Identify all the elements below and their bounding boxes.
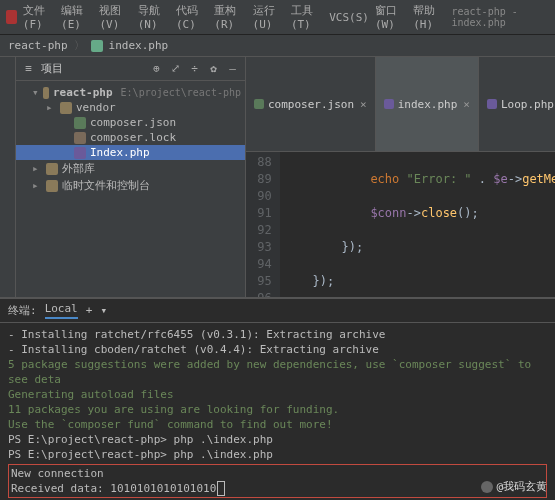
lock-file-icon (74, 132, 86, 144)
gear-icon[interactable]: ✿ (207, 62, 220, 75)
tree-external[interactable]: ▸外部库 (16, 160, 245, 177)
menu-help[interactable]: 帮助(H) (413, 3, 445, 31)
tab-index[interactable]: index.php× (376, 57, 479, 151)
app-logo (6, 10, 17, 24)
terminal-dropdown-icon[interactable]: ▾ (100, 304, 107, 317)
menu-run[interactable]: 运行(U) (253, 3, 285, 31)
tree-root[interactable]: ▾react-phpE:\project\react-php (16, 85, 245, 100)
menu-window[interactable]: 窗口(W) (375, 3, 407, 31)
editor: composer.json× index.php× Loop.php× php事… (246, 57, 555, 297)
folder-icon (43, 87, 49, 99)
breadcrumb: react-php 〉 index.php (0, 35, 555, 57)
php-file-icon (384, 99, 394, 109)
hide-icon[interactable]: — (226, 62, 239, 75)
tree-scratch[interactable]: ▸临时文件和控制台 (16, 177, 245, 194)
add-terminal-icon[interactable]: + (86, 304, 93, 317)
folder-icon (60, 102, 72, 114)
terminal-output[interactable]: - Installing ratchet/rfc6455 (v0.3.1): E… (0, 323, 555, 500)
breadcrumb-file[interactable]: index.php (109, 39, 169, 52)
sidebar-strip[interactable] (0, 57, 16, 297)
avatar-icon (481, 481, 493, 493)
cursor (217, 481, 225, 496)
json-file-icon (74, 117, 86, 129)
menu-refactor[interactable]: 重构(R) (214, 3, 246, 31)
json-file-icon (254, 99, 264, 109)
menu-view[interactable]: 视图(V) (99, 3, 131, 31)
menu-edit[interactable]: 编辑(E) (61, 3, 93, 31)
terminal-panel: 终端: Local + ▾ - Installing ratchet/rfc64… (0, 297, 555, 500)
project-title: 项目 (41, 61, 144, 76)
menu-tools[interactable]: 工具(T) (291, 3, 323, 31)
close-icon[interactable]: × (463, 98, 470, 111)
php-file-icon (74, 147, 86, 159)
close-icon[interactable]: × (360, 98, 367, 111)
watermark: @我码玄黄 (481, 479, 547, 494)
window-title: react-php - index.php (452, 6, 550, 28)
collapse-icon[interactable]: ÷ (188, 62, 201, 75)
terminal-label: 终端: (8, 303, 37, 318)
tab-composer[interactable]: composer.json× (246, 57, 376, 151)
tree-composer-lock[interactable]: composer.lock (16, 130, 245, 145)
code-lines[interactable]: echo "Error: " . $e->getMessage() $conn-… (280, 152, 555, 297)
library-icon (46, 163, 58, 175)
tree-vendor[interactable]: ▸vendor (16, 100, 245, 115)
menu-file[interactable]: 文件(F) (23, 3, 55, 31)
expand-icon[interactable]: ⤢ (169, 62, 182, 75)
php-file-icon (487, 99, 497, 109)
php-file-icon (91, 40, 103, 52)
tab-loop[interactable]: Loop.php× (479, 57, 555, 151)
highlight-box: New connection Received data: 1010101010… (8, 464, 547, 498)
terminal-tab-local[interactable]: Local (45, 302, 78, 319)
project-menu-icon[interactable]: ≡ (22, 62, 35, 75)
menu-nav[interactable]: 导航(N) (138, 3, 170, 31)
editor-tabs: composer.json× index.php× Loop.php× php事… (246, 57, 555, 152)
main-menu: 文件(F) 编辑(E) 视图(V) 导航(N) 代码(C) 重构(R) 运行(U… (0, 0, 555, 35)
menu-code[interactable]: 代码(C) (176, 3, 208, 31)
project-panel: ≡ 项目 ⊕ ⤢ ÷ ✿ — ▾react-phpE:\project\reac… (16, 57, 246, 297)
select-open-icon[interactable]: ⊕ (150, 62, 163, 75)
menu-vcs[interactable]: VCS(S) (329, 11, 369, 24)
project-tree: ▾react-phpE:\project\react-php ▸vendor c… (16, 81, 245, 198)
tree-index-php[interactable]: Index.php (16, 145, 245, 160)
tree-composer-json[interactable]: composer.json (16, 115, 245, 130)
code-area[interactable]: 888990919293949596979899100 echo "Error:… (246, 152, 555, 297)
gutter: 888990919293949596979899100 (246, 152, 280, 297)
scratch-icon (46, 180, 58, 192)
breadcrumb-root[interactable]: react-php (8, 39, 68, 52)
